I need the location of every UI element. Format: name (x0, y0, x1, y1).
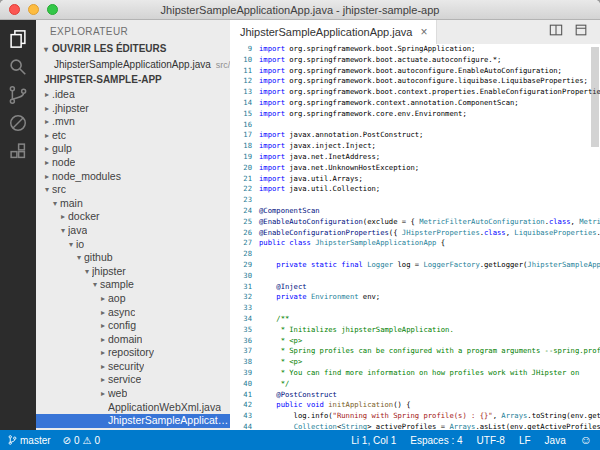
code-line-30[interactable]: 30 (230, 271, 600, 282)
tree-item-.jhipster[interactable]: ▸.jhipster (36, 102, 230, 116)
code-line-42[interactable]: 42 public void initApplication() { (230, 400, 600, 411)
language-mode[interactable]: Java (545, 435, 566, 446)
split-editor-icon[interactable] (549, 23, 563, 41)
code-line-28[interactable]: 28 (230, 249, 600, 260)
editor-scrollbar[interactable] (590, 44, 600, 430)
code-line-41[interactable]: 41 @PostConstruct (230, 390, 600, 401)
close-tab-icon[interactable]: × (420, 26, 427, 38)
chevron-collapsed-icon[interactable]: ▸ (98, 346, 108, 360)
zoom-window-button[interactable] (47, 4, 58, 15)
code-line-35[interactable]: 35 * Initializes jhipsterSampleApplicati… (230, 325, 600, 336)
problems-indicator[interactable]: ⊘ 0 ⚠ 0 (63, 435, 100, 446)
chevron-collapsed-icon[interactable]: ▸ (42, 88, 52, 102)
tree-item-sample[interactable]: ▾sample (36, 278, 230, 292)
tree-item-etc[interactable]: ▸etc (36, 129, 230, 143)
tree-item-service[interactable]: ▸service (36, 373, 230, 387)
code-line-19[interactable]: 19import java.net.InetAddress; (230, 152, 600, 163)
code-line-24[interactable]: 24@ComponentScan (230, 206, 600, 217)
activity-source-control-button[interactable] (0, 81, 36, 109)
chevron-collapsed-icon[interactable]: ▸ (98, 319, 108, 333)
activity-search-button[interactable] (0, 53, 36, 81)
code-line-26[interactable]: 26@EnableConfigurationProperties({ JHips… (230, 228, 600, 239)
close-window-button[interactable] (9, 4, 20, 15)
code-line-36[interactable]: 36 * <p> (230, 336, 600, 347)
tree-item-JhipsterSampleApplicationApp.java[interactable]: JhipsterSampleApplicationApp.java (36, 414, 230, 428)
code-line-18[interactable]: 18import javax.inject.Inject; (230, 141, 600, 152)
code-line-27[interactable]: 27public class JhipsterSampleApplication… (230, 238, 600, 249)
minimize-window-button[interactable] (28, 4, 39, 15)
tab-active[interactable]: JhipsterSampleApplicationApp.java × (230, 20, 437, 44)
code-line-14[interactable]: 14import org.springframework.context.ann… (230, 98, 600, 109)
chevron-collapsed-icon[interactable]: ▸ (98, 333, 108, 347)
chevron-collapsed-icon[interactable]: ▸ (42, 156, 52, 170)
eol[interactable]: LF (519, 435, 531, 446)
tree-item-github[interactable]: ▾github (36, 251, 230, 265)
code-line-20[interactable]: 20import java.net.UnknownHostException; (230, 163, 600, 174)
code-line-38[interactable]: 38 * <p> (230, 357, 600, 368)
chevron-collapsed-icon[interactable]: ▸ (58, 210, 68, 224)
code-line-32[interactable]: 32 private Environment env; (230, 292, 600, 303)
code-line-29[interactable]: 29 private static final Logger log = Log… (230, 260, 600, 271)
code-line-33[interactable]: 33 (230, 303, 600, 314)
chevron-collapsed-icon[interactable]: ▸ (98, 387, 108, 401)
code-line-16[interactable]: 16 (230, 120, 600, 131)
tree-item-web[interactable]: ▸web (36, 387, 230, 401)
chevron-expanded-icon[interactable]: ▾ (58, 224, 68, 238)
code-line-12[interactable]: 12import org.springframework.boot.autoco… (230, 76, 600, 87)
chevron-collapsed-icon[interactable]: ▸ (42, 170, 52, 184)
code-line-44[interactable]: 44 Collection<String> activeProfiles = A… (230, 422, 600, 430)
tree-item-java[interactable]: ▾java (36, 224, 230, 238)
git-branch-indicator[interactable]: master (8, 434, 51, 446)
code-line-10[interactable]: 10import org.springframework.boot.actuat… (230, 55, 600, 66)
code-line-25[interactable]: 25@EnableAutoConfiguration(exclude = { M… (230, 217, 600, 228)
code-line-37[interactable]: 37 * Spring profiles can be configured w… (230, 346, 600, 357)
code-editor[interactable]: 9import org.springframework.boot.SpringA… (230, 44, 600, 430)
code-line-39[interactable]: 39 * You can find more information on ho… (230, 368, 600, 379)
tree-item-.idea[interactable]: ▸.idea (36, 88, 230, 102)
activity-debug-button[interactable] (0, 109, 36, 137)
activity-extensions-button[interactable] (0, 137, 36, 165)
code-line-13[interactable]: 13import org.springframework.boot.contex… (230, 87, 600, 98)
code-line-34[interactable]: 34 /** (230, 314, 600, 325)
project-section-header[interactable]: JHIPSTER-SAMPLE-APP (36, 72, 230, 88)
chevron-expanded-icon[interactable]: ▾ (42, 183, 52, 197)
tree-item-docker[interactable]: ▸docker (36, 210, 230, 224)
tree-item-aop[interactable]: ▸aop (36, 292, 230, 306)
chevron-expanded-icon[interactable]: ▾ (66, 238, 76, 252)
code-line-21[interactable]: 21import java.util.Arrays; (230, 174, 600, 185)
tree-item-ApplicationWebXml.java[interactable]: ApplicationWebXml.java (36, 401, 230, 415)
chevron-collapsed-icon[interactable]: ▸ (42, 115, 52, 129)
tree-item-repository[interactable]: ▸repository (36, 346, 230, 360)
tree-item-gulp[interactable]: ▸gulp (36, 142, 230, 156)
code-line-17[interactable]: 17import javax.annotation.PostConstruct; (230, 130, 600, 141)
open-editors-header[interactable]: ▾OUVRIR LES ÉDITEURS (36, 41, 230, 57)
tree-item-config[interactable]: ▸config (36, 319, 230, 333)
tree-item-src[interactable]: ▾src (36, 183, 230, 197)
tree-item-security[interactable]: ▸security (36, 360, 230, 374)
chevron-collapsed-icon[interactable]: ▸ (98, 292, 108, 306)
feedback-smiley-icon[interactable]: ☺ (580, 433, 592, 447)
chevron-collapsed-icon[interactable]: ▸ (42, 142, 52, 156)
layout-icon[interactable] (574, 23, 588, 41)
open-editor-item[interactable]: JhipsterSampleApplicationApp.javasrc/m..… (36, 57, 230, 72)
code-line-22[interactable]: 22import java.util.Collection; (230, 184, 600, 195)
chevron-collapsed-icon[interactable]: ▸ (42, 129, 52, 143)
chevron-expanded-icon[interactable]: ▾ (74, 251, 84, 265)
encoding[interactable]: UTF-8 (477, 435, 505, 446)
tree-item-async[interactable]: ▸async (36, 306, 230, 320)
chevron-collapsed-icon[interactable]: ▸ (98, 306, 108, 320)
tree-item-domain[interactable]: ▸domain (36, 333, 230, 347)
tree-item-io[interactable]: ▾io (36, 238, 230, 252)
tree-item-jhipster[interactable]: ▾jhipster (36, 265, 230, 279)
code-line-9[interactable]: 9import org.springframework.boot.SpringA… (230, 44, 600, 55)
chevron-collapsed-icon[interactable]: ▸ (98, 360, 108, 374)
tree-item-node[interactable]: ▸node (36, 156, 230, 170)
chevron-expanded-icon[interactable]: ▾ (50, 197, 60, 211)
cursor-position[interactable]: Li 1, Col 1 (351, 435, 396, 446)
code-line-31[interactable]: 31 @Inject (230, 282, 600, 293)
chevron-expanded-icon[interactable]: ▾ (90, 278, 100, 292)
indentation[interactable]: Espaces : 4 (410, 435, 462, 446)
activity-explorer-button[interactable] (0, 25, 36, 53)
scrollbar-thumb[interactable] (591, 47, 599, 147)
tree-item-main[interactable]: ▾main (36, 197, 230, 211)
